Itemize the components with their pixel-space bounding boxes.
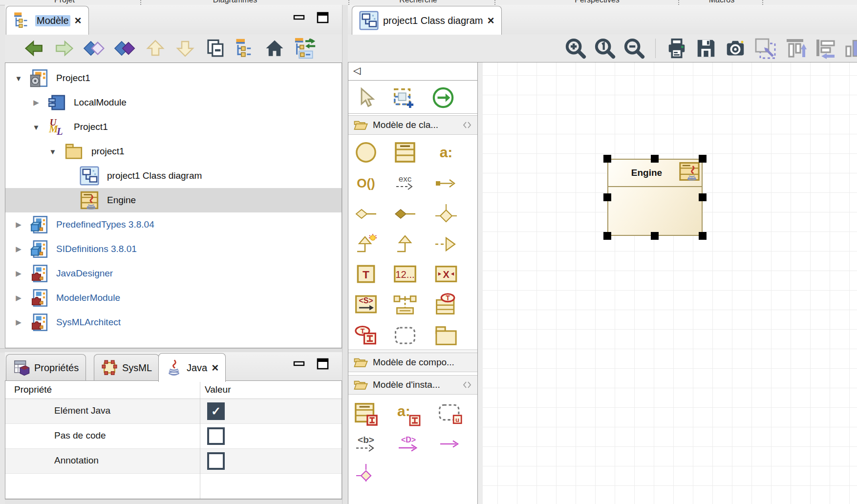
palette-section-class-model[interactable]: Modèle de cla...	[348, 115, 477, 135]
tab-model[interactable]: Modèle ×	[6, 6, 89, 35]
instance-node-tool[interactable]	[352, 139, 380, 166]
caret-expanded-icon[interactable]: ▼	[13, 74, 24, 83]
constraint-tool[interactable]	[391, 322, 419, 349]
tree-item-localmodule[interactable]: ▶ LocalModule	[5, 90, 342, 115]
menu-recherche[interactable]: Recherche	[399, 0, 437, 4]
save-button[interactable]	[695, 37, 717, 60]
marquee-zoom-tool[interactable]	[389, 84, 417, 111]
selection-handle-middle-right[interactable]	[699, 193, 707, 201]
column-divider[interactable]	[200, 381, 200, 499]
caret-collapsed-icon[interactable]: ▶	[13, 269, 24, 278]
class-tool[interactable]	[391, 139, 419, 166]
model-tree-button[interactable]	[234, 38, 256, 59]
selection-handle-bottom-left[interactable]	[603, 232, 611, 240]
tree-item-predefinedtypes[interactable]: ▶ PredefinedTypes 3.8.04	[5, 212, 342, 237]
selection-handle-top-right[interactable]	[699, 155, 707, 163]
home-button[interactable]	[264, 38, 285, 59]
navigate-tool[interactable]	[429, 84, 457, 111]
tree-item-sysmlarchitect[interactable]: ▶ SysMLArchitect	[5, 310, 342, 335]
datatype-tool[interactable]: T	[352, 260, 380, 288]
linked-elements-button[interactable]	[114, 38, 136, 59]
close-tab-icon[interactable]: ×	[75, 16, 82, 25]
menu-projet[interactable]: Projet	[54, 0, 75, 4]
binding-link-tool[interactable]: <b>	[352, 430, 380, 458]
selection-tool[interactable]	[353, 84, 381, 111]
forward-button[interactable]	[53, 38, 75, 59]
sync-selection-button[interactable]	[294, 38, 317, 59]
checkbox-element-java[interactable]: ✓	[207, 402, 225, 420]
zoom-in-button[interactable]	[564, 37, 587, 60]
print-button[interactable]	[665, 37, 688, 60]
tab-sysml[interactable]: SysML	[94, 354, 159, 381]
nary-link-tool[interactable]	[352, 460, 380, 487]
tree-item-project1[interactable]: ▼ Project1	[5, 66, 342, 90]
minimize-icon[interactable]	[293, 12, 306, 23]
selection-handle-top-left[interactable]	[603, 155, 611, 163]
instance-tool[interactable]	[352, 400, 380, 428]
template-class-tool[interactable]: T	[432, 291, 460, 318]
association-class-tool[interactable]	[391, 291, 419, 318]
maximize-icon[interactable]	[317, 12, 329, 23]
composition-tool[interactable]	[391, 200, 419, 228]
generalization-tool[interactable]	[391, 231, 419, 258]
tree-item-modelermodule[interactable]: ▶ ModelerModule	[5, 286, 342, 310]
tree-item-package-project1[interactable]: ▼ project1	[5, 139, 342, 164]
menu-diagrammes[interactable]: Diagrammes	[213, 0, 257, 4]
move-down-button[interactable]	[174, 38, 196, 59]
table-row[interactable]: Pas de code ✓	[5, 424, 342, 449]
caret-collapsed-icon[interactable]: ▶	[13, 294, 24, 302]
checkbox-pas-de-code[interactable]: ✓	[207, 427, 225, 445]
back-button[interactable]	[23, 38, 45, 59]
menu-perspectives[interactable]: Perspectives	[575, 0, 620, 4]
zoom-100-button[interactable]	[594, 37, 616, 60]
align-left-button[interactable]	[814, 37, 837, 60]
zoom-out-button[interactable]	[623, 37, 645, 60]
dependency-link-tool[interactable]: <D>	[395, 430, 422, 458]
tree-item-sidefinitions[interactable]: ▶ SIDefinitions 3.8.01	[5, 237, 342, 261]
move-up-button[interactable]	[145, 38, 166, 59]
tab-proprietes[interactable]: Propriétés	[6, 354, 86, 381]
selection-handle-top-center[interactable]	[651, 155, 659, 163]
link-tool[interactable]	[436, 430, 464, 458]
tree-item-project1-uml[interactable]: ▼ U M L Project1	[5, 115, 342, 139]
realization-tool[interactable]	[432, 231, 460, 258]
enumeration-tool[interactable]: 12...	[391, 260, 419, 288]
tree-item-class-diagram[interactable]: project1 Class diagram	[5, 164, 342, 188]
template-binding-tool[interactable]: T	[352, 322, 380, 349]
tab-java[interactable]: Java ×	[158, 353, 226, 382]
selection-handle-bottom-center[interactable]	[651, 232, 659, 240]
slot-tool[interactable]: a:	[395, 400, 422, 428]
class-box-engine[interactable]: Engine	[607, 159, 703, 236]
pin-layout-icon[interactable]	[462, 380, 472, 389]
attribute-tool[interactable]: a:	[432, 139, 460, 166]
maximize-icon[interactable]	[317, 358, 329, 370]
menu-macros[interactable]: Macros	[709, 0, 734, 4]
informal-group-tool[interactable]: u	[436, 400, 464, 428]
exception-tool[interactable]: exc	[391, 169, 419, 197]
selection-handle-bottom-right[interactable]	[699, 232, 707, 240]
close-tab-icon[interactable]: ×	[488, 16, 494, 25]
caret-collapsed-icon[interactable]: ▶	[13, 318, 24, 327]
caret-expanded-icon[interactable]: ▼	[47, 147, 58, 156]
association-tool[interactable]	[432, 169, 460, 197]
diagram-canvas[interactable]: Engine	[483, 63, 857, 504]
palette-section-instance-model[interactable]: Modèle d'insta...	[348, 375, 477, 395]
xor-constraint-tool[interactable]: X	[432, 260, 460, 288]
selection-handle-middle-left[interactable]	[603, 193, 611, 201]
table-row[interactable]: Annotation ✓	[5, 449, 342, 474]
package-tool[interactable]	[432, 322, 460, 349]
close-tab-icon[interactable]: ×	[212, 363, 218, 373]
checkbox-annotation[interactable]: ✓	[207, 452, 225, 470]
chart-button[interactable]	[844, 37, 857, 60]
caret-expanded-icon[interactable]: ▼	[31, 123, 42, 131]
fit-to-window-button[interactable]	[753, 37, 777, 60]
table-row[interactable]: Elément Java ✓	[5, 399, 342, 424]
signal-tool[interactable]: <S>	[352, 291, 380, 318]
nary-association-tool[interactable]	[432, 200, 460, 228]
pin-layout-icon[interactable]	[462, 121, 472, 129]
smart-generalization-tool[interactable]	[352, 231, 380, 258]
palette-section-component-model[interactable]: Modèle de compo...	[348, 353, 477, 372]
collapse-all-button[interactable]	[204, 38, 226, 59]
screenshot-button[interactable]	[724, 37, 747, 60]
caret-collapsed-icon[interactable]: ▶	[31, 98, 42, 107]
